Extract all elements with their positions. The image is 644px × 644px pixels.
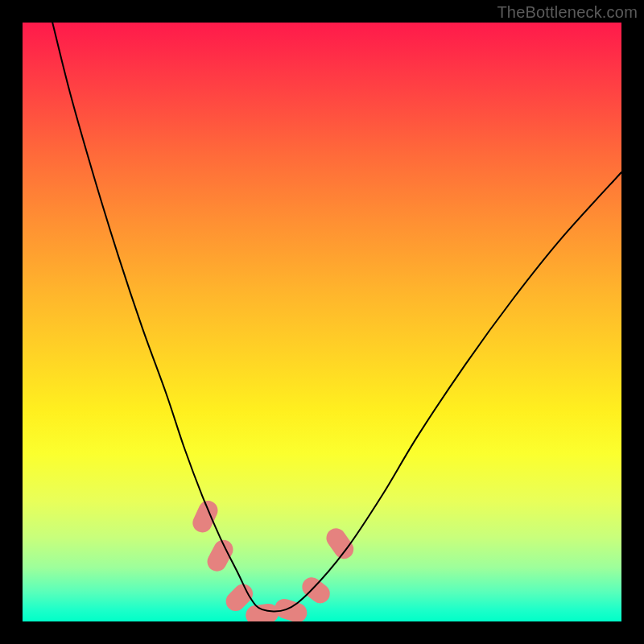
highlight-capsule (272, 597, 309, 621)
bottleneck-curve (52, 23, 621, 611)
curve-svg (23, 23, 621, 621)
chart-frame: TheBottleneck.com (0, 0, 644, 644)
watermark-text: TheBottleneck.com (497, 3, 638, 22)
plot-area (23, 23, 621, 621)
highlight-markers (189, 497, 357, 621)
highlight-capsule (204, 536, 236, 574)
highlight-capsule (299, 573, 334, 607)
